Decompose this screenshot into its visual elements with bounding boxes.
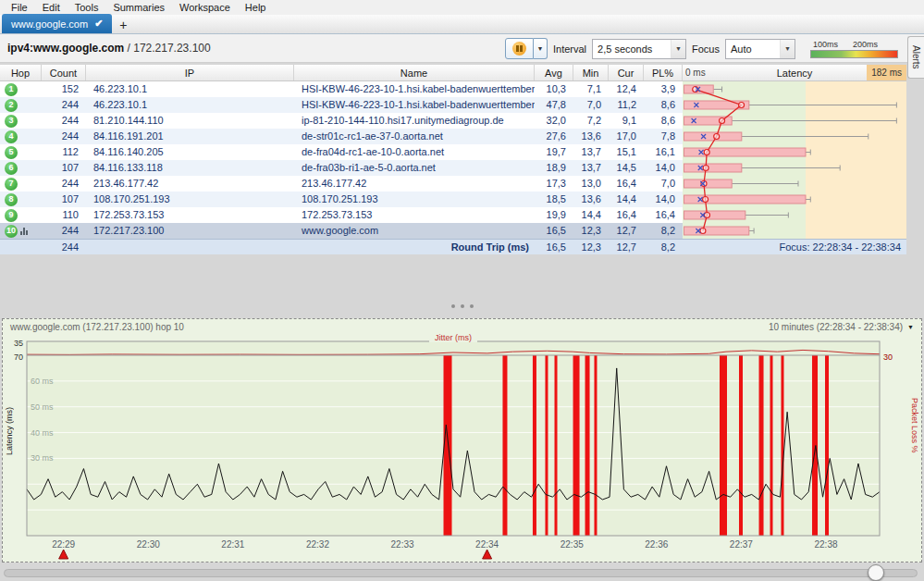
menu-file[interactable]: File xyxy=(4,0,35,15)
target-ip: / 172.217.23.100 xyxy=(124,42,210,55)
table-row-hop-4[interactable]: 4 244 84.116.191.201 de-str01c-rc1-ae-37… xyxy=(0,129,906,144)
svg-text:22:37: 22:37 xyxy=(730,539,753,550)
tab-bar: www.google.com ✔ + xyxy=(0,15,924,34)
column-header-latency[interactable]: 0 ms Latency 182 ms xyxy=(683,65,906,80)
tab-label: www.google.com xyxy=(11,19,88,30)
column-header-ip[interactable]: IP xyxy=(86,65,294,80)
cur-cell: 17,0 xyxy=(609,129,644,144)
count-cell: 244 xyxy=(42,129,86,144)
avg-cell: 10,3 xyxy=(535,81,573,97)
column-header-hop[interactable]: Hop xyxy=(0,65,42,80)
round-trip-row: 244 Round Trip (ms) 16,5 12,3 12,7 8,2 F… xyxy=(0,239,906,254)
name-cell: 213.46.177.42 xyxy=(294,176,535,192)
pl-cell: 14,0 xyxy=(644,192,683,207)
table-row-hop-9[interactable]: 9 110 172.253.73.153 172.253.73.153 19,9… xyxy=(0,207,906,223)
hop-cell: 2 xyxy=(0,97,42,113)
packet-loss-axis-label: Packet Loss % xyxy=(910,398,919,453)
timeline-scrollbar-thumb[interactable] xyxy=(868,564,884,581)
cur-cell: 12,7 xyxy=(609,223,644,239)
interval-select[interactable]: 2,5 seconds ▼ xyxy=(592,39,686,59)
min-cell: 7,0 xyxy=(573,97,609,113)
table-row-hop-10[interactable]: 10 244 172.217.23.100 www.google.com 16,… xyxy=(0,223,906,239)
latency-scale-max: 182 ms xyxy=(867,65,906,80)
timeline-range-select[interactable]: 10 minutes (22:28:34 - 22:38:34) ▼ xyxy=(769,322,914,332)
menu-workspace[interactable]: Workspace xyxy=(172,0,238,15)
name-cell: HSI-KBW-46-223-10-1.hsi.kabel-badenwuert… xyxy=(294,81,535,97)
pause-button[interactable] xyxy=(505,38,534,59)
timeline-scrollbar-track[interactable] xyxy=(4,569,918,577)
svg-text:60 ms: 60 ms xyxy=(31,377,54,386)
column-header-min[interactable]: Min xyxy=(573,65,609,80)
pane-splitter-handle[interactable] xyxy=(0,301,924,312)
legend-100ms: 100ms xyxy=(813,40,838,50)
hop-cell: 8 xyxy=(0,192,42,207)
menu-edit[interactable]: Edit xyxy=(35,0,68,15)
alerts-side-tab[interactable]: Alerts xyxy=(907,36,924,79)
svg-text:30: 30 xyxy=(883,352,893,362)
name-cell: de-fra03b-ri1-ae-5-0.aorta.net xyxy=(294,160,535,176)
hop-cell: 6 xyxy=(0,160,42,176)
count-cell: 244 xyxy=(42,223,86,239)
svg-text:Jitter (ms): Jitter (ms) xyxy=(435,334,472,342)
name-cell: de-str01c-rc1-ae-37-0.aorta.net xyxy=(294,129,535,144)
pause-dropdown-button[interactable]: ▼ xyxy=(534,38,548,59)
table-row-hop-7[interactable]: 7 244 213.46.177.42 213.46.177.42 17,3 1… xyxy=(0,176,906,192)
tab-www-google-com[interactable]: www.google.com ✔ xyxy=(2,14,112,33)
target-address: ipv4:www.google.com / 172.217.23.100 xyxy=(7,42,211,55)
ip-cell: 172.217.23.100 xyxy=(86,223,294,239)
svg-text:22:33: 22:33 xyxy=(391,539,414,550)
name-cell: 108.170.251.193 xyxy=(294,192,535,207)
pl-cell: 16,1 xyxy=(644,144,683,160)
column-header-name[interactable]: Name xyxy=(294,65,535,80)
menu-summaries[interactable]: Summaries xyxy=(105,0,172,15)
column-header-avg[interactable]: Avg xyxy=(535,65,573,80)
latency-cell xyxy=(683,176,906,192)
chevron-down-icon: ▼ xyxy=(671,40,685,58)
latency-cell xyxy=(683,192,906,207)
table-row-hop-8[interactable]: 8 107 108.170.251.193 108.170.251.193 18… xyxy=(0,192,906,207)
focus-range-text: Focus: 22:28:34 - 22:38:34 xyxy=(683,240,906,254)
focus-select[interactable]: Auto ▼ xyxy=(725,39,795,59)
grid-header-row: Hop Count IP Name Avg Min Cur PL% 0 ms L… xyxy=(0,65,906,81)
new-tab-button[interactable]: + xyxy=(112,17,134,33)
pause-icon xyxy=(512,42,526,56)
menu-help[interactable]: Help xyxy=(238,0,274,15)
focus-label: Focus xyxy=(692,43,720,55)
min-cell: 13,0 xyxy=(573,176,609,192)
cur-cell: 9,1 xyxy=(609,113,644,129)
svg-text:70: 70 xyxy=(14,352,23,362)
table-row-hop-3[interactable]: 3 244 81.210.144.110 ip-81-210-144-110.h… xyxy=(0,113,906,129)
min-cell: 12,3 xyxy=(573,223,609,239)
ip-cell: 84.116.140.205 xyxy=(86,144,294,160)
min-cell: 14,4 xyxy=(573,207,609,223)
menu-tools[interactable]: Tools xyxy=(68,0,106,15)
hop-cell: 7 xyxy=(0,176,42,192)
hop-status-circle: 3 xyxy=(5,115,18,128)
hop-status-circle: 9 xyxy=(5,209,18,222)
hop-status-circle: 4 xyxy=(5,130,18,143)
chevron-down-icon: ▼ xyxy=(907,324,914,330)
table-row-hop-6[interactable]: 6 107 84.116.133.118 de-fra03b-ri1-ae-5-… xyxy=(0,160,906,176)
name-cell: de-fra04d-rc1-ae-10-0.aorta.net xyxy=(294,144,535,160)
latency-axis-label: Latency (ms) xyxy=(5,407,14,455)
cur-cell: 11,2 xyxy=(609,97,644,113)
avg-cell: 19,7 xyxy=(535,144,573,160)
avg-cell: 32,0 xyxy=(535,113,573,129)
hop-status-circle: 10 xyxy=(5,225,18,238)
table-row-hop-2[interactable]: 2 244 46.223.10.1 HSI-KBW-46-223-10-1.hs… xyxy=(0,97,906,113)
hop-cell: 1 xyxy=(0,81,42,97)
column-header-count[interactable]: Count xyxy=(42,65,86,80)
ip-cell: 108.170.251.193 xyxy=(86,192,294,207)
timeline-graph-panel[interactable]: www.google.com (172.217.23.100) hop 10 1… xyxy=(2,318,922,562)
table-row-hop-5[interactable]: 5 112 84.116.140.205 de-fra04d-rc1-ae-10… xyxy=(0,144,906,160)
cur-cell: 14,4 xyxy=(609,192,644,207)
column-header-cur[interactable]: Cur xyxy=(609,65,644,80)
hop-cell: 10 xyxy=(0,223,42,239)
min-cell: 7,2 xyxy=(573,113,609,129)
name-cell: HSI-KBW-46-223-10-1.hsi.kabel-badenwuert… xyxy=(294,97,535,113)
column-header-pl[interactable]: PL% xyxy=(644,65,683,80)
latency-cell xyxy=(683,113,906,129)
round-trip-count: 244 xyxy=(42,240,86,254)
table-row-hop-1[interactable]: 1 152 46.223.10.1 HSI-KBW-46-223-10-1.hs… xyxy=(0,81,906,97)
ip-cell: 46.223.10.1 xyxy=(86,97,294,113)
